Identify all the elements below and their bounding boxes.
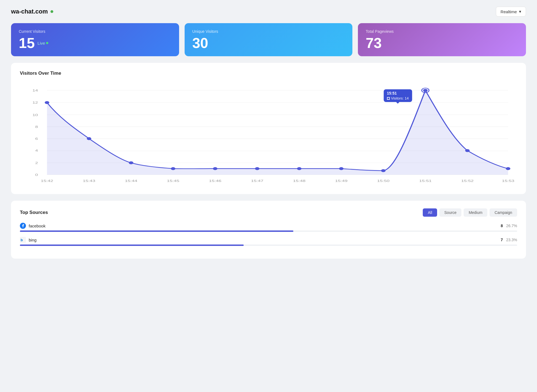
unique-visitors-card: Unique Visitors 30 bbox=[185, 23, 353, 56]
current-visitors-number: 15 bbox=[19, 36, 35, 50]
svg-text:12: 12 bbox=[33, 101, 38, 104]
svg-text:15:45: 15:45 bbox=[167, 179, 179, 182]
svg-text:15:52: 15:52 bbox=[461, 179, 474, 182]
sources-title: Top Sources bbox=[20, 210, 48, 215]
live-badge-text: Live bbox=[38, 41, 45, 45]
filter-buttons-row: All Source Medium Campaign bbox=[423, 208, 517, 217]
svg-text:15:43: 15:43 bbox=[83, 179, 95, 182]
total-pageviews-card: Total Pageviews 73 bbox=[358, 23, 526, 56]
stats-cards-row: Current Visitors 15 Live Unique Visitors… bbox=[11, 23, 526, 56]
current-visitors-label: Current Visitors bbox=[19, 29, 171, 34]
source-count-bing: 7 bbox=[501, 238, 503, 242]
svg-text:b: b bbox=[21, 238, 23, 242]
svg-text:15:46: 15:46 bbox=[209, 179, 221, 182]
page-header: wa-chat.com Realtime ▾ bbox=[11, 7, 526, 17]
source-bar-fill-facebook bbox=[20, 230, 293, 232]
svg-text:10: 10 bbox=[33, 113, 38, 117]
current-visitors-card: Current Visitors 15 Live bbox=[11, 23, 179, 56]
chart-dot-5 bbox=[255, 167, 259, 170]
chart-dot-10 bbox=[465, 149, 470, 152]
svg-text:6: 6 bbox=[35, 137, 38, 140]
chart-container: 15:51 Visitors: 14 0 2 4 6 8 10 12 bbox=[20, 82, 517, 186]
chart-dot-2 bbox=[129, 161, 133, 164]
svg-text:15:50: 15:50 bbox=[377, 179, 390, 182]
source-bar-bg-bing bbox=[20, 245, 517, 246]
dropdown-label: Realtime bbox=[501, 9, 517, 14]
filter-all-button[interactable]: All bbox=[423, 208, 437, 217]
svg-text:15:51: 15:51 bbox=[419, 179, 432, 182]
source-item-facebook: facebook 8 26.7% bbox=[20, 223, 517, 232]
total-pageviews-value: 73 bbox=[366, 36, 518, 50]
source-name-bing: b bing bbox=[20, 237, 36, 243]
live-badge-dot-icon bbox=[46, 42, 48, 44]
svg-text:15:48: 15:48 bbox=[293, 179, 305, 182]
chart-dot-4 bbox=[213, 167, 217, 170]
chart-dot-7 bbox=[339, 167, 344, 170]
chart-dot-8 bbox=[381, 169, 386, 172]
chart-title: Visitors Over Time bbox=[20, 71, 517, 76]
bing-icon: b bbox=[20, 237, 26, 243]
source-bar-fill-bing bbox=[20, 245, 244, 246]
online-indicator-icon bbox=[50, 10, 53, 13]
visitors-over-time-section: Visitors Over Time 15:51 Visitors: 14 0 … bbox=[11, 63, 526, 194]
unique-visitors-number: 30 bbox=[192, 36, 208, 50]
source-pct-facebook: 26.7% bbox=[506, 224, 517, 228]
live-badge: Live bbox=[38, 41, 49, 45]
chart-dot-0 bbox=[45, 101, 49, 104]
sources-header: Top Sources All Source Medium Campaign bbox=[20, 208, 517, 217]
site-name-text: wa-chat.com bbox=[11, 8, 48, 15]
chart-dot-9 bbox=[423, 89, 427, 92]
svg-text:14: 14 bbox=[33, 88, 38, 92]
total-pageviews-label: Total Pageviews bbox=[366, 29, 518, 34]
chart-svg: 0 2 4 6 8 10 12 14 15:42 15:43 15:44 15:… bbox=[20, 82, 517, 186]
unique-visitors-label: Unique Visitors bbox=[192, 29, 345, 34]
unique-visitors-value: 30 bbox=[192, 36, 345, 50]
source-count-facebook: 8 bbox=[501, 224, 503, 228]
source-stats-facebook: 8 26.7% bbox=[501, 224, 517, 228]
filter-campaign-button[interactable]: Campaign bbox=[490, 208, 517, 217]
svg-text:4: 4 bbox=[35, 149, 38, 152]
source-stats-bing: 7 23.3% bbox=[501, 238, 517, 242]
timerange-dropdown[interactable]: Realtime ▾ bbox=[496, 7, 526, 17]
source-pct-bing: 23.3% bbox=[506, 238, 517, 242]
top-sources-section: Top Sources All Source Medium Campaign f… bbox=[11, 201, 526, 259]
source-row-bing: b bing 7 23.3% bbox=[20, 237, 517, 243]
svg-text:15:47: 15:47 bbox=[251, 179, 264, 182]
svg-text:0: 0 bbox=[35, 173, 38, 176]
filter-source-button[interactable]: Source bbox=[439, 208, 461, 217]
source-bar-bg-facebook bbox=[20, 230, 517, 232]
chart-dot-6 bbox=[297, 167, 301, 170]
svg-text:15:42: 15:42 bbox=[41, 179, 53, 182]
svg-text:15:49: 15:49 bbox=[335, 179, 347, 182]
svg-text:15:44: 15:44 bbox=[125, 179, 137, 182]
source-item-bing: b bing 7 23.3% bbox=[20, 237, 517, 246]
chart-dot-3 bbox=[171, 167, 175, 170]
source-row-facebook: facebook 8 26.7% bbox=[20, 223, 517, 229]
site-title: wa-chat.com bbox=[11, 8, 53, 15]
svg-text:8: 8 bbox=[35, 125, 38, 128]
filter-medium-button[interactable]: Medium bbox=[464, 208, 487, 217]
total-pageviews-number: 73 bbox=[366, 36, 382, 50]
chevron-down-icon: ▾ bbox=[519, 9, 521, 14]
chart-dot-1 bbox=[87, 137, 91, 140]
source-name-bing-text: bing bbox=[29, 238, 36, 242]
chart-dot-11 bbox=[506, 167, 510, 170]
source-name-facebook-text: facebook bbox=[29, 224, 46, 228]
svg-text:2: 2 bbox=[35, 161, 38, 165]
source-name-facebook: facebook bbox=[20, 223, 46, 229]
svg-text:15:53: 15:53 bbox=[502, 179, 514, 182]
current-visitors-value: 15 Live bbox=[19, 36, 171, 50]
facebook-icon bbox=[20, 223, 26, 229]
